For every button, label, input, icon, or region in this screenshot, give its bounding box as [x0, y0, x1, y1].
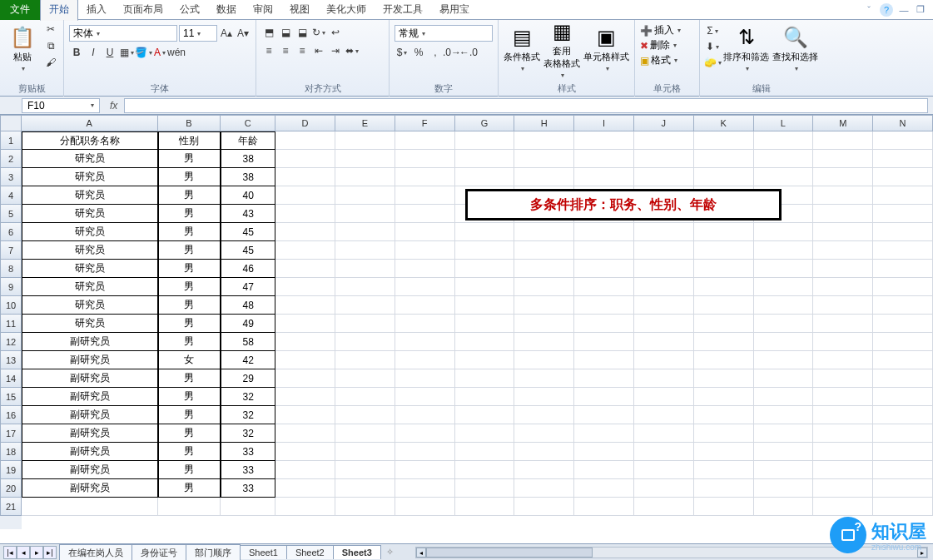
- cell-K10[interactable]: [694, 296, 754, 315]
- cell-B14[interactable]: 男: [158, 369, 221, 388]
- cell-K11[interactable]: [694, 315, 754, 333]
- cell-D7[interactable]: [275, 241, 335, 260]
- cell-M13[interactable]: [813, 351, 873, 369]
- cell-L12[interactable]: [754, 333, 814, 351]
- sheet-tab-部门顺序[interactable]: 部门顺序: [186, 544, 241, 561]
- cell-N6[interactable]: [873, 223, 933, 241]
- cell-M18[interactable]: [813, 443, 873, 461]
- cell-G3[interactable]: [455, 168, 515, 186]
- cell-A13[interactable]: 副研究员: [22, 351, 158, 369]
- cell-F2[interactable]: [395, 150, 455, 168]
- cell-F16[interactable]: [395, 406, 455, 424]
- cell-M19[interactable]: [813, 461, 873, 479]
- cell-G15[interactable]: [455, 388, 515, 406]
- cell-A3[interactable]: 研究员: [22, 168, 158, 186]
- cell-M14[interactable]: [813, 369, 873, 388]
- cell-J16[interactable]: [634, 406, 694, 424]
- paste-button[interactable]: 📋 粘贴 ▾: [5, 22, 40, 77]
- cell-J17[interactable]: [634, 424, 694, 443]
- cell-D5[interactable]: [275, 205, 335, 223]
- cell-G18[interactable]: [455, 443, 515, 461]
- cell-A18[interactable]: 副研究员: [22, 443, 158, 461]
- cell-B12[interactable]: 男: [158, 333, 221, 351]
- cut-button[interactable]: ✂: [43, 22, 58, 37]
- cell-D15[interactable]: [275, 388, 335, 406]
- row-header-10[interactable]: 10: [0, 296, 22, 315]
- cell-I2[interactable]: [574, 150, 634, 168]
- tab-开始[interactable]: 开始: [40, 0, 78, 21]
- align-right-button[interactable]: ≡: [295, 43, 310, 58]
- cell-C14[interactable]: 29: [221, 369, 275, 388]
- ribbon-minimize-icon[interactable]: ˇ: [863, 4, 875, 16]
- delete-cells-button[interactable]: ✖删除▾: [640, 38, 681, 52]
- bold-button[interactable]: B: [69, 45, 84, 60]
- row-header-19[interactable]: 19: [0, 461, 22, 479]
- row-header-16[interactable]: 16: [0, 406, 22, 424]
- cell-M5[interactable]: [813, 205, 873, 223]
- cell-G7[interactable]: [455, 241, 515, 260]
- cell-M11[interactable]: [813, 315, 873, 333]
- comma-button[interactable]: ,: [428, 45, 443, 60]
- cell-C17[interactable]: 32: [221, 424, 275, 443]
- tab-数据[interactable]: 数据: [208, 0, 245, 20]
- cell-N10[interactable]: [873, 296, 933, 315]
- cell-G20[interactable]: [455, 479, 515, 498]
- sheet-nav-last[interactable]: ▸|: [43, 546, 57, 559]
- sheet-nav-first[interactable]: |◂: [3, 546, 17, 559]
- tab-公式[interactable]: 公式: [171, 0, 208, 20]
- cell-D12[interactable]: [275, 333, 335, 351]
- cell-C2[interactable]: 38: [221, 150, 275, 168]
- cell-H6[interactable]: [514, 223, 574, 241]
- help-icon[interactable]: ?: [880, 3, 893, 17]
- font-name-combo[interactable]: 宋体▾: [69, 25, 177, 42]
- cell-I14[interactable]: [574, 369, 634, 388]
- cell-L21[interactable]: [754, 498, 814, 516]
- cell-K15[interactable]: [694, 388, 754, 406]
- cell-M6[interactable]: [813, 223, 873, 241]
- cell-B5[interactable]: 男: [158, 205, 221, 223]
- cell-F9[interactable]: [395, 278, 455, 296]
- cell-J18[interactable]: [634, 443, 694, 461]
- col-header-K[interactable]: K: [694, 115, 754, 131]
- cell-C5[interactable]: 43: [221, 205, 275, 223]
- font-size-combo[interactable]: 11▾: [179, 25, 217, 42]
- cell-H13[interactable]: [514, 351, 574, 369]
- cell-E21[interactable]: [335, 498, 395, 516]
- cell-H7[interactable]: [514, 241, 574, 260]
- cell-G9[interactable]: [455, 278, 515, 296]
- cell-G2[interactable]: [455, 150, 515, 168]
- cell-C21[interactable]: [221, 498, 275, 516]
- col-header-J[interactable]: J: [634, 115, 694, 131]
- cell-A1[interactable]: 分配职务名称: [22, 131, 158, 150]
- cell-M1[interactable]: [813, 131, 873, 150]
- cell-N17[interactable]: [873, 424, 933, 443]
- cell-E20[interactable]: [335, 479, 395, 498]
- cell-J10[interactable]: [634, 296, 694, 315]
- cell-A8[interactable]: 研究员: [22, 260, 158, 278]
- format-cells-button[interactable]: ▣格式▾: [640, 53, 681, 67]
- cell-B13[interactable]: 女: [158, 351, 221, 369]
- cell-N12[interactable]: [873, 333, 933, 351]
- cell-L15[interactable]: [754, 388, 814, 406]
- cell-N1[interactable]: [873, 131, 933, 150]
- tab-插入[interactable]: 插入: [78, 0, 115, 20]
- cell-C15[interactable]: 32: [221, 388, 275, 406]
- cell-K16[interactable]: [694, 406, 754, 424]
- cell-I6[interactable]: [574, 223, 634, 241]
- cell-J13[interactable]: [634, 351, 694, 369]
- cell-J2[interactable]: [634, 150, 694, 168]
- cell-B2[interactable]: 男: [158, 150, 221, 168]
- cell-N8[interactable]: [873, 260, 933, 278]
- cell-M2[interactable]: [813, 150, 873, 168]
- italic-button[interactable]: I: [86, 45, 101, 60]
- cell-E8[interactable]: [335, 260, 395, 278]
- cell-K13[interactable]: [694, 351, 754, 369]
- cell-A12[interactable]: 副研究员: [22, 333, 158, 351]
- cell-E7[interactable]: [335, 241, 395, 260]
- copy-button[interactable]: ⧉: [43, 38, 58, 53]
- cell-A17[interactable]: 副研究员: [22, 424, 158, 443]
- cell-I3[interactable]: [574, 168, 634, 186]
- cell-B1[interactable]: 性别: [158, 131, 221, 150]
- col-header-F[interactable]: F: [395, 115, 455, 131]
- cell-K21[interactable]: [694, 498, 754, 516]
